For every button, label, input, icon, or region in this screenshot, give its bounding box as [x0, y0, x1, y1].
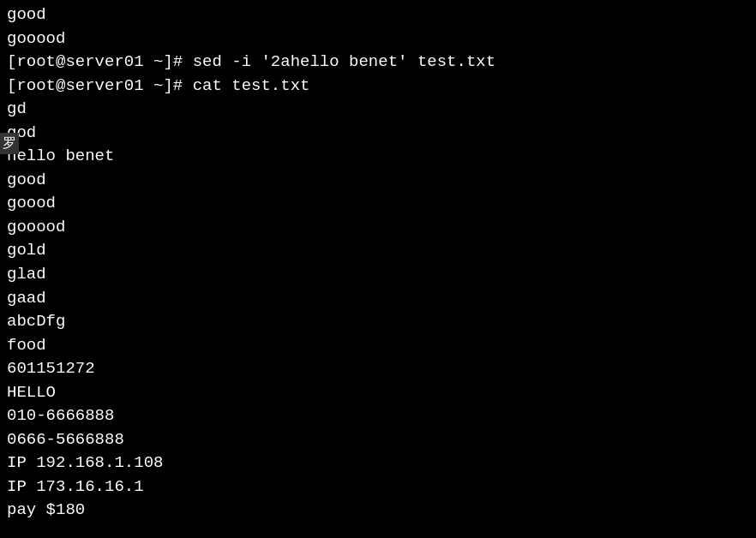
prompt-line[interactable]: [root@server01 ~]#: [7, 523, 749, 538]
line-21: IP 173.16.16.1: [7, 475, 749, 499]
scrollbar-indicator: 罗: [0, 133, 19, 154]
line-10: gooood: [7, 216, 749, 240]
line-2: gooood: [7, 27, 749, 51]
line-5: gd: [7, 98, 749, 122]
line-22: pay $180: [7, 499, 749, 523]
line-1: good: [7, 3, 749, 27]
line-7: hello benet: [7, 145, 749, 169]
line-14: abcDfg: [7, 310, 749, 334]
line-8: good: [7, 169, 749, 193]
line-13: gaad: [7, 287, 749, 311]
terminal-window: good gooood [root@server01 ~]# sed -i '2…: [0, 0, 756, 538]
line-16: 601151272: [7, 357, 749, 381]
line-20: IP 192.168.1.108: [7, 451, 749, 475]
line-11: gold: [7, 239, 749, 263]
line-9: goood: [7, 192, 749, 216]
line-17: HELLO: [7, 381, 749, 405]
line-19: 0666-5666888: [7, 428, 749, 452]
line-18: 010-6666888: [7, 404, 749, 428]
line-6: god: [7, 122, 749, 146]
line-3: [root@server01 ~]# sed -i '2ahello benet…: [7, 51, 749, 75]
line-4: [root@server01 ~]# cat test.txt: [7, 75, 749, 99]
line-15: food: [7, 334, 749, 358]
line-12: glad: [7, 263, 749, 287]
